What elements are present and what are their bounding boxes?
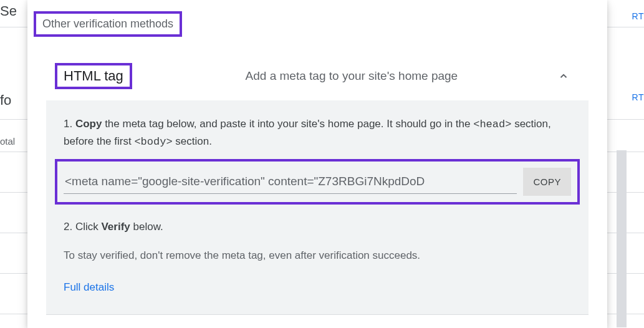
hint-text: To stay verified, don't remove the meta …	[64, 247, 571, 264]
step-1-text: 1. Copy the meta tag below, and paste it…	[64, 115, 571, 150]
step1-code-body: <body>	[134, 136, 172, 148]
bg-fragment-rt: RT	[632, 11, 644, 21]
bg-fragment-fo: fo	[0, 92, 11, 109]
method-title-highlight: HTML tag	[55, 63, 132, 89]
bg-fragment-rt: RT	[632, 92, 644, 102]
meta-tag-input[interactable]	[64, 170, 517, 194]
accordion-html-tag: HTML tag Add a meta tag to your site's h…	[46, 52, 589, 315]
scrollbar-track[interactable]	[617, 150, 627, 327]
accordion-header[interactable]: HTML tag Add a meta tag to your site's h…	[46, 52, 589, 100]
bg-fragment-se: Se	[0, 3, 17, 19]
scrollbar-thumb[interactable]	[617, 150, 627, 327]
chevron-up-icon[interactable]	[556, 69, 571, 84]
meta-tag-row-highlight: COPY	[55, 159, 580, 205]
copy-button[interactable]: COPY	[523, 168, 571, 196]
method-title: HTML tag	[64, 68, 123, 84]
accordion-header-left: HTML tag	[55, 63, 132, 89]
step1-prefix: 1.	[64, 118, 75, 130]
step2-suffix: below.	[130, 221, 163, 233]
step1-bold: Copy	[75, 118, 102, 130]
full-details-link[interactable]: Full details	[64, 281, 114, 293]
section-header-other-methods: Other verification methods	[34, 11, 182, 37]
step1-suffix: section.	[173, 135, 212, 147]
step2-bold: Verify	[101, 221, 130, 233]
method-subtitle: Add a meta tag to your site's home page	[147, 69, 556, 83]
step1-rest-a: the meta tag below, and paste it into yo…	[102, 118, 473, 130]
step2-prefix: 2. Click	[64, 221, 101, 233]
step1-code-head: <head>	[473, 118, 511, 130]
verification-modal: Other verification methods HTML tag Add …	[27, 0, 607, 328]
step-2-text: 2. Click Verify below.	[64, 218, 571, 235]
accordion-body: 1. Copy the meta tag below, and paste it…	[46, 100, 589, 314]
bg-fragment-otal: otal	[0, 136, 15, 147]
